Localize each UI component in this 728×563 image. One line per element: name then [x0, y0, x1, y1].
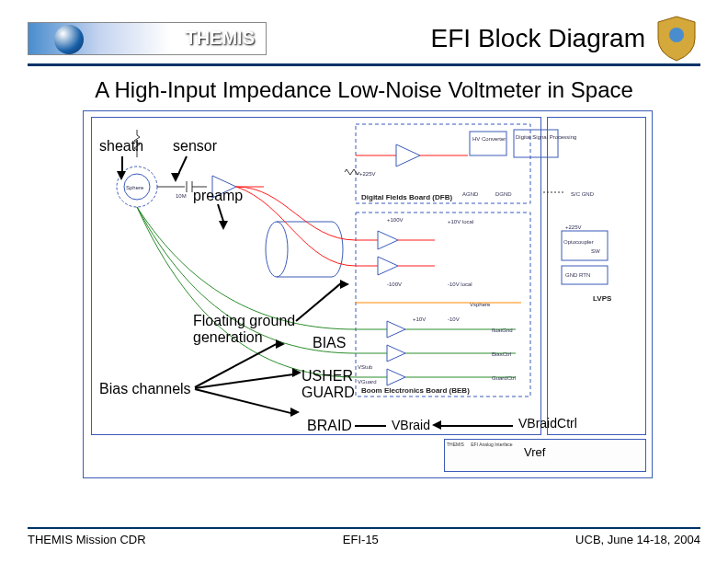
dfb-label: Digital Fields Board (DFB)	[361, 193, 452, 201]
ann-sheath: sheath	[99, 138, 143, 155]
p225-label: +225V	[565, 224, 582, 230]
dgnd-label: DGND	[495, 191, 512, 197]
vguard-label: VGuard	[358, 379, 377, 385]
sphere-label: Sphere	[126, 185, 144, 190]
arrow-vbraid-line	[439, 425, 513, 427]
ann-usher-guard: USHER GUARD	[301, 368, 355, 401]
floatgnd-label: floatGnd	[492, 327, 513, 333]
gndrtn-label: GND RTN	[565, 272, 590, 278]
svg-rect-6	[470, 132, 506, 155]
arrow-preamp-head	[219, 221, 228, 230]
themis-logo: THEMIS	[28, 22, 267, 55]
svg-point-4	[266, 222, 288, 277]
ann-vbraid: VBraid	[392, 418, 430, 432]
n100-label: -100V	[387, 282, 402, 287]
arrow-vbraid-head	[432, 420, 441, 430]
arrow-fg-head	[340, 280, 349, 289]
ann-bias: BIAS	[313, 335, 346, 351]
opto-label: Optocoupler	[563, 239, 594, 245]
beb-label: Boom Electronics Board (BEB)	[361, 386, 470, 395]
slide-title: EFI Block Diagram	[431, 24, 653, 53]
ann-preamp: preamp	[193, 188, 243, 204]
ann-bias-channels: Bias channels	[99, 381, 191, 397]
p10v-label: +10V	[413, 316, 426, 322]
footer-right: UCB, June 14-18, 2004	[575, 533, 700, 546]
slide-footer: THEMIS Mission CDR EFI-15 UCB, June 14-1…	[28, 527, 700, 546]
arrow-sensor-head	[171, 173, 180, 182]
ann-braid: BRAID	[307, 418, 352, 434]
hv-label: HV Converter	[472, 136, 506, 142]
ann-vbraidctrl: VBraidCtrl	[518, 416, 577, 431]
arrow-bc3-head	[290, 408, 300, 417]
agnd-label: AGND	[462, 191, 479, 197]
svg-text:+225V: +225V	[359, 171, 376, 177]
arrow-braid-line	[355, 425, 386, 427]
slide-header: THEMIS EFI Block Diagram	[28, 13, 700, 66]
svg-rect-10	[562, 231, 608, 260]
footer-left: THEMIS Mission CDR	[28, 533, 146, 546]
ann-sensor: sensor	[173, 138, 217, 155]
biasctrl-label: BiasCtrl	[492, 351, 511, 357]
lvps-label: LVPS	[593, 294, 612, 303]
shield-icon	[653, 15, 700, 63]
arrow-sheath-head	[117, 171, 126, 180]
ann-vref: Vref	[524, 445, 545, 459]
svg-rect-9	[356, 213, 530, 396]
slide-subtitle: A High-Input Impedance Low-Noise Voltmet…	[0, 77, 728, 103]
svg-text:10M: 10M	[176, 193, 187, 199]
logo-text: THEMIS	[185, 28, 255, 49]
svg-point-0	[669, 28, 684, 42]
vstub-label: VStub	[358, 364, 373, 370]
scgnd-label: S/C GND	[571, 191, 595, 197]
arrow-bc1-head	[276, 339, 285, 349]
arrow-bc2-head	[292, 368, 301, 377]
n10v-label: -10V	[448, 316, 460, 322]
guardctrl-label: GuardCtrl	[492, 375, 516, 381]
svg-text:SW: SW	[591, 248, 600, 254]
p100-label: +100V	[387, 217, 404, 223]
dsp-label: Digital Signal Processing	[516, 134, 576, 140]
footer-center: EFI-15	[343, 533, 379, 546]
p10vl-label: +10V local	[448, 219, 473, 224]
n10vl-label: -10V local	[448, 282, 472, 287]
